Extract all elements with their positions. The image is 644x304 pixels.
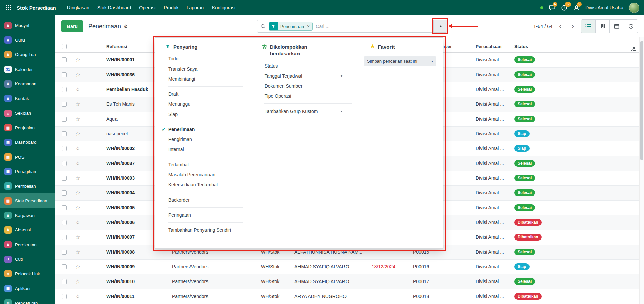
column-header-perusahaan[interactable]: Perusahaan: [472, 37, 510, 52]
scrollbar-thumb[interactable]: [640, 41, 643, 160]
filter-option-pengiriman[interactable]: Pengiriman: [155, 134, 251, 144]
favorite-star-icon[interactable]: ☆: [75, 175, 80, 181]
calendar-view-button[interactable]: [609, 20, 624, 33]
sidebar-item-orang-tua[interactable]: ♟Orang Tua: [0, 47, 55, 62]
kanban-view-button[interactable]: [595, 20, 609, 33]
table-row[interactable]: ☆WH/IN/00011Partners/VendorsWH/StokARYA …: [55, 289, 639, 304]
row-checkbox[interactable]: [62, 146, 67, 151]
favorite-star-icon[interactable]: ☆: [75, 293, 80, 300]
groupby-option-tanggal-terjadwal[interactable]: Tanggal Terjadwal▾: [251, 71, 360, 81]
sidebar-item-pos[interactable]: ▦POS: [0, 150, 55, 165]
row-checkbox[interactable]: [62, 102, 67, 107]
nav-menu-ringkasan[interactable]: Ringkasan: [63, 3, 93, 12]
sidebar-item-pembelian[interactable]: ▦Pembelian: [0, 179, 55, 194]
company-switcher[interactable]: Divisi Amal Usaha: [585, 5, 623, 10]
row-checkbox[interactable]: [62, 235, 67, 240]
list-view-button[interactable]: [581, 20, 595, 33]
favorite-star-icon[interactable]: ☆: [75, 116, 80, 122]
app-title[interactable]: Stok Persediaan: [17, 5, 56, 11]
search-bar[interactable]: Penerimaan × Cari ...: [257, 20, 447, 33]
groupby-option-dokumen-sumber[interactable]: Dokumen Sumber: [251, 81, 360, 91]
groupby-option-tambahkan-grup-kustom[interactable]: Tambahkan Grup Kustom▾: [251, 106, 360, 116]
new-button[interactable]: Baru: [61, 20, 83, 32]
sidebar-item-kontak[interactable]: ♟Kontak: [0, 91, 55, 106]
sidebar-item-dashboard[interactable]: ▦Dashboard: [0, 135, 55, 150]
sidebar-item-penagihan[interactable]: ▦Penagihan: [0, 164, 55, 179]
sidebar-item-pengaturan[interactable]: ⚙Pengaturan: [0, 296, 55, 304]
favorite-star-icon[interactable]: ☆: [75, 234, 80, 241]
sidebar-item-absensi[interactable]: ♟Absensi: [0, 223, 55, 237]
select-all-checkbox[interactable]: [62, 44, 67, 49]
column-header-status[interactable]: Status: [510, 37, 639, 52]
requests-button[interactable]: 5: [573, 5, 580, 11]
sidebar-item-keamanan[interactable]: ♟Keamanan: [0, 77, 55, 91]
filter-option-todo[interactable]: Todo: [155, 54, 251, 64]
activity-view-button[interactable]: [624, 20, 638, 33]
nav-menu-produk[interactable]: Produk: [160, 3, 182, 12]
favorite-star-icon[interactable]: ☆: [75, 101, 80, 107]
groupby-option-status[interactable]: Status: [251, 61, 360, 71]
row-checkbox[interactable]: [62, 250, 67, 255]
filter-option-internal[interactable]: Internal: [155, 144, 251, 155]
sidebar-item-pelacak-link[interactable]: ∞Pelacak Link: [0, 267, 55, 281]
search-input[interactable]: Cari ...: [316, 24, 329, 29]
favorite-star-icon[interactable]: ☆: [75, 249, 80, 255]
filter-option-siap[interactable]: Siap: [155, 109, 251, 119]
sidebar-item-cuti[interactable]: ✈Cuti: [0, 252, 55, 267]
favorite-star-icon[interactable]: ☆: [75, 219, 80, 226]
groupby-option-tipe-operasi[interactable]: Tipe Operasi: [251, 91, 360, 101]
messages-button[interactable]: 6: [549, 5, 555, 11]
sidebar-item-sekolah[interactable]: ⌂Sekolah: [0, 106, 55, 121]
filter-option-membintangi[interactable]: Membintangi: [155, 74, 251, 84]
sidebar-item-guru[interactable]: ♟Guru: [0, 33, 55, 48]
table-row[interactable]: ☆WH/IN/00010Partners/VendorsWH/StokAHMAD…: [55, 274, 639, 289]
filter-option-menunggu[interactable]: Menunggu: [155, 99, 251, 109]
row-checkbox[interactable]: [62, 279, 67, 284]
filter-option-tambahkan-penyaring-sendiri[interactable]: Tambahkan Penyaring Sendiri: [155, 225, 251, 235]
facet-remove-icon[interactable]: ×: [307, 22, 312, 30]
search-options-toggle[interactable]: [433, 20, 447, 32]
row-checkbox[interactable]: [62, 72, 67, 77]
gear-icon[interactable]: ⚙: [124, 24, 128, 29]
favorite-star-icon[interactable]: ☆: [75, 190, 80, 196]
pager-previous-button[interactable]: ‹: [559, 23, 561, 30]
row-checkbox[interactable]: [62, 117, 67, 122]
favorite-star-icon[interactable]: ☆: [75, 205, 80, 211]
filter-option-transfer-saya[interactable]: Transfer Saya: [155, 64, 251, 74]
favorite-star-icon[interactable]: ☆: [75, 57, 80, 63]
sidebar-item-kalender[interactable]: 31Kalender: [0, 62, 55, 77]
nav-menu-laporan[interactable]: Laporan: [183, 3, 208, 12]
sidebar-item-musyrif[interactable]: ♟Musyrif: [0, 18, 55, 33]
row-checkbox[interactable]: [62, 294, 67, 299]
user-avatar[interactable]: [629, 3, 639, 13]
search-input-area[interactable]: Penerimaan × Cari ...: [257, 20, 433, 32]
pager-next-button[interactable]: ›: [572, 23, 574, 30]
sidebar-item-perekrutan[interactable]: ♟Perekrutan: [0, 237, 55, 252]
sidebar-item-stok-persediaan[interactable]: ▦Stok Persediaan: [0, 193, 55, 208]
apps-menu-button[interactable]: [0, 0, 17, 15]
favorite-star-icon[interactable]: ☆: [75, 72, 80, 78]
nav-menu-konfigurasi[interactable]: Konfigurasi: [208, 3, 239, 12]
row-checkbox[interactable]: [62, 190, 67, 196]
favorite-star-icon[interactable]: ☆: [75, 86, 80, 93]
favorite-star-icon[interactable]: ☆: [75, 145, 80, 152]
filter-option-masalah-perencanaan[interactable]: Masalah Perencanaan: [155, 170, 251, 180]
row-checkbox[interactable]: [62, 205, 67, 210]
adjust-columns-icon[interactable]: [630, 46, 636, 53]
filter-option-ketersediaan-terlambat[interactable]: Ketersediaan Terlambat: [155, 180, 251, 190]
vertical-scrollbar[interactable]: [639, 37, 644, 304]
row-checkbox[interactable]: [62, 176, 67, 181]
filter-option-terlambat[interactable]: Terlambat: [155, 160, 251, 170]
nav-menu-operasi[interactable]: Operasi: [135, 3, 159, 12]
row-checkbox[interactable]: [62, 131, 67, 136]
sidebar-item-aplikasi[interactable]: ▦Aplikasi: [0, 281, 55, 296]
nav-menu-stok-dashboard[interactable]: Stok Dashboard: [94, 3, 135, 12]
favorite-star-icon[interactable]: ☆: [75, 131, 80, 137]
filter-option-draft[interactable]: Draft: [155, 89, 251, 99]
filter-option-peringatan[interactable]: Peringatan: [155, 210, 251, 220]
activities-button[interactable]: 17: [561, 5, 567, 11]
table-row[interactable]: ☆WH/IN/00009Partners/VendorsWH/StokAHMAD…: [55, 259, 639, 274]
save-current-search-button[interactable]: Simpan pencarian saat ini ▾: [364, 56, 436, 66]
row-checkbox[interactable]: [62, 57, 67, 62]
row-checkbox[interactable]: [62, 87, 67, 92]
